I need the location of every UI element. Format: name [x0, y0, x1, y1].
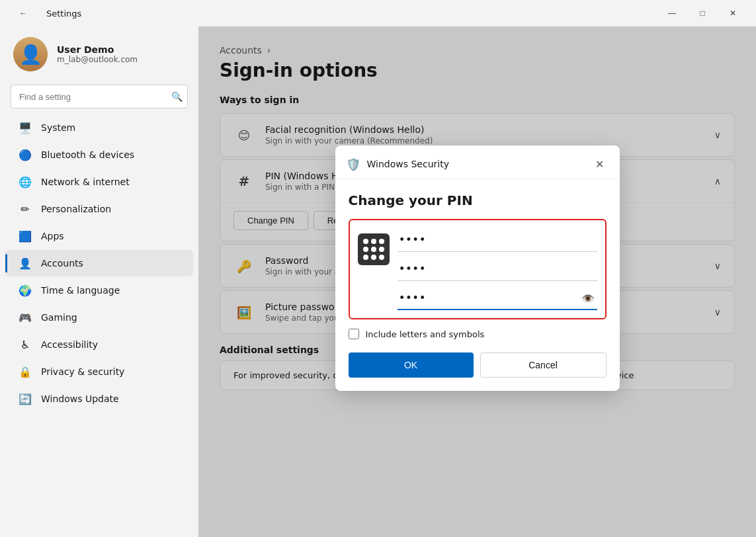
new-pin-wrapper — [398, 257, 597, 281]
user-name: User Demo — [57, 44, 138, 55]
sidebar-label-personalization: Personalization — [41, 204, 111, 214]
avatar-icon: 👤 — [19, 44, 42, 65]
app-body: 👤 User Demo m_lab@outlook.com 🔍 🖥️ Syste… — [0, 26, 756, 537]
bluetooth-icon: 🔵 — [19, 148, 32, 161]
pin-fields: 👁️ — [398, 228, 597, 310]
sidebar-label-bluetooth: Bluetooth & devices — [41, 149, 134, 160]
shield-icon: 🛡️ — [346, 157, 360, 171]
search-input[interactable] — [11, 85, 188, 108]
sidebar: 👤 User Demo m_lab@outlook.com 🔍 🖥️ Syste… — [0, 26, 198, 537]
keypad-dot-9 — [379, 255, 384, 260]
sidebar-item-network[interactable]: 🌐 Network & internet — [5, 169, 193, 195]
new-pin-input[interactable] — [398, 257, 597, 281]
windows-update-icon: 🔄 — [19, 392, 32, 405]
include-symbols-row: Include letters and symbols — [349, 329, 607, 339]
sidebar-label-apps: Apps — [41, 231, 64, 241]
dialog-close-button[interactable]: ✕ — [591, 155, 609, 173]
dialog-title: Change your PIN — [349, 192, 607, 208]
confirm-pin-wrapper: 👁️ — [398, 286, 597, 310]
user-info: User Demo m_lab@outlook.com — [57, 44, 138, 64]
sidebar-item-bluetooth[interactable]: 🔵 Bluetooth & devices — [5, 142, 193, 168]
confirm-pin-input[interactable] — [398, 286, 597, 310]
keypad-dots — [363, 239, 384, 260]
keypad-dot-1 — [363, 239, 368, 244]
close-button[interactable]: ✕ — [718, 3, 748, 24]
dialog-header: 🛡️ Windows Security ✕ — [335, 145, 620, 179]
change-pin-dialog: 🛡️ Windows Security ✕ Change your PIN — [335, 145, 620, 391]
sidebar-item-privacy[interactable]: 🔒 Privacy & security — [5, 358, 193, 385]
sidebar-item-accounts[interactable]: 👤 Accounts — [5, 250, 193, 276]
sidebar-label-network: Network & internet — [41, 177, 130, 187]
cancel-button[interactable]: Cancel — [480, 352, 607, 378]
user-email: m_lab@outlook.com — [57, 55, 138, 64]
pin-input-area: 👁️ — [349, 219, 607, 319]
pin-keypad-icon — [358, 233, 390, 265]
keypad-dot-3 — [379, 239, 384, 244]
keypad-dot-8 — [371, 255, 376, 260]
minimize-button[interactable]: — — [657, 3, 687, 24]
show-pin-button[interactable]: 👁️ — [581, 292, 595, 305]
keypad-dot-5 — [371, 247, 376, 252]
sidebar-item-accessibility[interactable]: ♿ Accessibility — [5, 331, 193, 358]
ok-button[interactable]: OK — [349, 352, 474, 378]
sidebar-label-windows-update: Windows Update — [41, 393, 119, 404]
accessibility-icon: ♿ — [19, 338, 32, 351]
personalization-icon: ✏️ — [19, 202, 32, 216]
avatar: 👤 — [13, 37, 48, 71]
user-profile: 👤 User Demo m_lab@outlook.com — [0, 26, 198, 82]
app-title: Settings — [46, 9, 81, 19]
search-box: 🔍 — [11, 85, 188, 108]
sidebar-label-accounts: Accounts — [41, 258, 83, 268]
sidebar-item-personalization[interactable]: ✏️ Personalization — [5, 196, 193, 222]
sidebar-label-privacy: Privacy & security — [41, 366, 124, 377]
sidebar-item-apps[interactable]: 🟦 Apps — [5, 223, 193, 249]
keypad-dot-7 — [363, 255, 368, 260]
dialog-body: Change your PIN — [335, 179, 620, 391]
dialog-header-left: 🛡️ Windows Security — [346, 157, 449, 171]
include-symbols-checkbox[interactable] — [349, 329, 359, 339]
sidebar-label-system: System — [41, 122, 75, 133]
keypad-dot-6 — [379, 247, 384, 252]
gaming-icon: 🎮 — [19, 311, 32, 324]
sidebar-nav: 🖥️ System 🔵 Bluetooth & devices 🌐 Networ… — [0, 114, 198, 413]
maximize-button[interactable]: □ — [687, 3, 718, 24]
apps-icon: 🟦 — [19, 229, 32, 243]
current-pin-input[interactable] — [398, 228, 597, 252]
back-button[interactable]: ← — [8, 3, 38, 24]
privacy-icon: 🔒 — [19, 365, 32, 378]
content-area: Accounts › Sign-in options Ways to sign … — [198, 26, 756, 537]
accounts-icon: 👤 — [19, 257, 32, 270]
include-symbols-label: Include letters and symbols — [366, 329, 485, 339]
sidebar-item-windows-update[interactable]: 🔄 Windows Update — [5, 386, 193, 412]
window-controls: — □ ✕ — [657, 3, 748, 24]
sidebar-label-time: Time & language — [41, 285, 120, 296]
sidebar-label-gaming: Gaming — [41, 312, 77, 323]
dialog-header-title: Windows Security — [367, 159, 449, 169]
dialog-overlay: 🛡️ Windows Security ✕ Change your PIN — [198, 26, 756, 537]
keypad-dot-4 — [363, 247, 368, 252]
titlebar-left: ← Settings — [8, 3, 81, 24]
sidebar-item-time[interactable]: 🌍 Time & language — [5, 277, 193, 304]
current-pin-wrapper — [398, 228, 597, 252]
sidebar-item-system[interactable]: 🖥️ System — [5, 114, 193, 141]
sidebar-item-gaming[interactable]: 🎮 Gaming — [5, 304, 193, 331]
sidebar-label-accessibility: Accessibility — [41, 339, 98, 350]
dialog-actions: OK Cancel — [349, 352, 607, 378]
titlebar: ← Settings — □ ✕ — [0, 0, 756, 26]
time-icon: 🌍 — [19, 284, 32, 297]
system-icon: 🖥️ — [19, 121, 32, 134]
search-button[interactable]: 🔍 — [171, 91, 183, 102]
network-icon: 🌐 — [19, 175, 32, 188]
keypad-dot-2 — [371, 239, 376, 244]
